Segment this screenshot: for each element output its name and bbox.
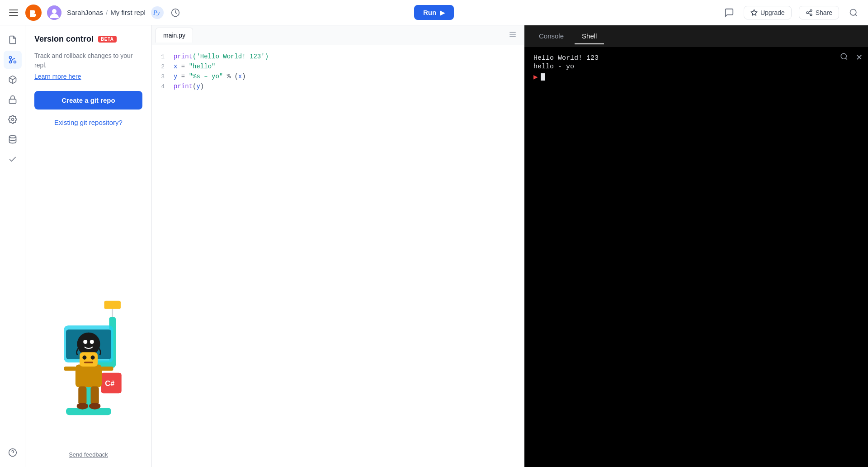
code-line-1: 1 print('Hello World! 123') — [152, 52, 524, 62]
sidebar-item-help[interactable] — [4, 443, 22, 462]
version-control-panel: Version control BETA Track and rollback … — [25, 25, 152, 467]
prompt-icon: ▶ — [533, 72, 538, 81]
svg-point-2 — [52, 9, 57, 14]
svg-point-12 — [850, 9, 856, 15]
svg-point-50 — [841, 53, 846, 59]
svg-point-36 — [82, 356, 86, 360]
topbar: SarahJonas / My first repl Py Run ▶ — [0, 0, 868, 25]
icon-sidebar-bottom — [4, 443, 22, 462]
console-prompt: ▶ — [533, 72, 859, 81]
code-line-3: 3 y = "%s – yo" % (x) — [152, 72, 524, 82]
main-layout: Version control BETA Track and rollback … — [0, 25, 868, 467]
svg-point-20 — [9, 136, 16, 138]
svg-point-37 — [90, 356, 94, 360]
svg-point-19 — [11, 119, 14, 121]
sidebar-item-packages[interactable] — [4, 71, 22, 89]
console-search-button[interactable] — [840, 52, 848, 62]
editor-menu-button[interactable] — [505, 29, 520, 42]
version-title: Version control — [34, 34, 94, 44]
right-tabs: Console Shell — [524, 25, 868, 47]
icon-sidebar — [0, 25, 25, 467]
git-illustration: C# — [34, 143, 142, 444]
replit-logo — [25, 5, 42, 21]
tab-console[interactable]: Console — [532, 29, 571, 44]
svg-line-11 — [808, 11, 810, 12]
python-lang-icon: Py — [151, 6, 164, 19]
svg-line-13 — [855, 14, 857, 16]
console-output-1: Hello World! 123 — [533, 54, 859, 62]
svg-rect-41 — [78, 386, 86, 405]
svg-rect-40 — [101, 367, 113, 371]
version-description: Track and rollback changes to your repl. — [34, 51, 142, 70]
history-button[interactable] — [169, 6, 182, 19]
tab-shell[interactable]: Shell — [575, 29, 604, 44]
code-line-2: 2 x = "hello" — [152, 62, 524, 72]
svg-text:C#: C# — [105, 379, 114, 387]
share-label: Share — [816, 9, 832, 16]
share-button[interactable]: Share — [799, 6, 839, 19]
svg-rect-35 — [80, 352, 98, 367]
editor-toolbar-right — [505, 29, 520, 42]
svg-rect-18 — [9, 99, 16, 103]
sidebar-item-version-control[interactable] — [4, 51, 22, 69]
chat-button[interactable] — [722, 5, 736, 20]
svg-point-43 — [76, 403, 88, 410]
console-area[interactable]: ✕ Hello World! 123 hello - yo ▶ — [524, 47, 868, 467]
svg-line-10 — [808, 13, 810, 14]
svg-point-14 — [14, 61, 16, 63]
existing-repo-link[interactable]: Existing git repository? — [34, 119, 142, 126]
topbar-left: SarahJonas / My first repl Py — [7, 5, 409, 21]
sidebar-item-secrets[interactable] — [4, 91, 22, 109]
code-line-4: 4 print(y) — [152, 82, 524, 92]
code-area[interactable]: 1 print('Hello World! 123') 2 x = "hello… — [152, 45, 524, 467]
beta-badge: BETA — [98, 36, 116, 43]
svg-rect-34 — [75, 365, 101, 387]
breadcrumb-separator: / — [106, 9, 108, 16]
upgrade-button[interactable]: Upgrade — [744, 6, 792, 19]
avatar[interactable] — [47, 5, 61, 20]
svg-text:Py: Py — [153, 10, 160, 16]
svg-marker-6 — [751, 10, 757, 15]
console-close-button[interactable]: ✕ — [856, 52, 863, 62]
svg-point-15 — [9, 57, 11, 59]
svg-line-51 — [845, 58, 847, 59]
sidebar-item-checks[interactable] — [4, 150, 22, 168]
console-output-2: hello - yo — [533, 63, 859, 71]
sidebar-item-database[interactable] — [4, 130, 22, 148]
upgrade-label: Upgrade — [760, 9, 785, 16]
svg-point-30 — [83, 340, 87, 344]
learn-more-link[interactable]: Learn more here — [34, 73, 142, 80]
tab-main-py[interactable]: main.py — [156, 28, 193, 43]
svg-point-8 — [807, 12, 808, 14]
breadcrumb: SarahJonas / My first repl — [67, 9, 146, 16]
editor-tabs: main.py — [152, 25, 524, 45]
prompt-cursor — [541, 73, 545, 81]
topbar-center: Run ▶ — [414, 5, 454, 20]
svg-rect-42 — [90, 386, 99, 405]
sidebar-item-settings[interactable] — [4, 110, 22, 129]
svg-point-31 — [90, 340, 94, 344]
svg-point-7 — [810, 10, 812, 11]
repl-name[interactable]: My first repl — [110, 9, 146, 16]
global-search-button[interactable] — [846, 5, 861, 20]
sidebar-item-files[interactable] — [4, 31, 22, 49]
editor-panel: main.py 1 print('Hello World! 123') 2 x … — [152, 25, 524, 467]
svg-rect-38 — [84, 362, 93, 363]
svg-point-29 — [77, 333, 100, 356]
run-button[interactable]: Run ▶ — [414, 5, 454, 20]
create-repo-button[interactable]: Create a git repo — [34, 91, 142, 110]
svg-point-44 — [89, 403, 100, 410]
right-panel: Console Shell ✕ Hello World! 123 hello -… — [524, 25, 868, 467]
hamburger-button[interactable] — [7, 6, 20, 19]
svg-point-9 — [810, 14, 812, 15]
svg-rect-39 — [64, 367, 76, 371]
user-name[interactable]: SarahJonas — [67, 9, 103, 16]
version-header: Version control BETA — [34, 34, 142, 44]
run-label: Run — [423, 9, 436, 16]
topbar-right: Upgrade Share — [459, 5, 861, 20]
svg-rect-46 — [104, 301, 120, 309]
play-icon: ▶ — [440, 9, 445, 16]
send-feedback-button[interactable]: Send feedback — [34, 444, 142, 458]
